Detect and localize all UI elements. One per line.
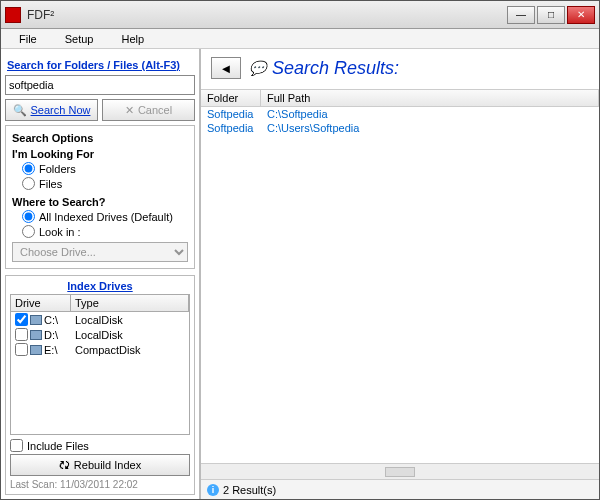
close-button[interactable]: ✕ xyxy=(567,6,595,24)
drive-label: C:\ xyxy=(44,314,58,326)
result-path: C:\Users\Softpedia xyxy=(261,122,599,134)
scrollbar-thumb[interactable] xyxy=(385,467,415,477)
drive-type: LocalDisk xyxy=(75,329,185,341)
menu-file[interactable]: File xyxy=(5,31,51,47)
radio-lookin[interactable]: Look in : xyxy=(22,225,188,238)
search-now-label: Search Now xyxy=(31,104,91,116)
radio-all-drives[interactable]: All Indexed Drives (Default) xyxy=(22,210,188,223)
menu-setup[interactable]: Setup xyxy=(51,31,108,47)
back-arrow-icon: ◄ xyxy=(220,61,233,76)
body: Search for Folders / Files (Alt-F3) 🔍 Se… xyxy=(1,49,599,499)
search-options-group: Search Options I'm Looking For Folders F… xyxy=(5,125,195,269)
cancel-label: Cancel xyxy=(138,104,172,116)
radio-folders-input[interactable] xyxy=(22,162,35,175)
col-folder[interactable]: Folder xyxy=(201,90,261,106)
search-input[interactable] xyxy=(5,75,195,95)
result-row[interactable]: Softpedia C:\Softpedia xyxy=(201,107,599,121)
left-panel: Search for Folders / Files (Alt-F3) 🔍 Se… xyxy=(1,49,201,499)
results-columns: Folder Full Path xyxy=(201,89,599,107)
titlebar[interactable]: FDF² — □ ✕ xyxy=(1,1,599,29)
drive-row[interactable]: E:\ CompactDisk xyxy=(11,342,189,357)
maximize-button[interactable]: □ xyxy=(537,6,565,24)
app-window: FDF² — □ ✕ File Setup Help Search for Fo… xyxy=(0,0,600,500)
menu-help[interactable]: Help xyxy=(107,31,158,47)
drive-icon xyxy=(30,345,42,355)
radio-lookin-input[interactable] xyxy=(22,225,35,238)
col-fullpath[interactable]: Full Path xyxy=(261,90,599,106)
right-panel: ◄ 💬 Search Results: Folder Full Path Sof… xyxy=(201,49,599,499)
result-row[interactable]: Softpedia C:\Users\Softpedia xyxy=(201,121,599,135)
app-icon xyxy=(5,7,21,23)
radio-files-input[interactable] xyxy=(22,177,35,190)
include-files-input[interactable] xyxy=(10,439,23,452)
rebuild-index-button[interactable]: 🗘 Rebuild Index xyxy=(10,454,190,476)
rebuild-label: Rebuild Index xyxy=(74,459,141,471)
drive-type: CompactDisk xyxy=(75,344,185,356)
drive-type: LocalDisk xyxy=(75,314,185,326)
cancel-button[interactable]: ✕ Cancel xyxy=(102,99,195,121)
window-title: FDF² xyxy=(27,8,505,22)
minimize-button[interactable]: — xyxy=(507,6,535,24)
drive-table: Drive Type C:\ LocalDisk D:\ LocalDisk E… xyxy=(10,294,190,435)
results-icon: 💬 xyxy=(249,60,266,76)
include-files-check[interactable]: Include Files xyxy=(10,439,190,452)
results-header: ◄ 💬 Search Results: xyxy=(201,49,599,83)
col-type[interactable]: Type xyxy=(71,295,189,311)
looking-for-title: I'm Looking For xyxy=(12,148,188,160)
status-text: 2 Result(s) xyxy=(223,484,276,496)
rebuild-icon: 🗘 xyxy=(59,459,70,471)
search-options-title: Search Options xyxy=(12,132,188,144)
info-icon: i xyxy=(207,484,219,496)
drive-check-c[interactable] xyxy=(15,313,28,326)
horizontal-scrollbar[interactable] xyxy=(201,463,599,479)
back-button[interactable]: ◄ xyxy=(211,57,241,79)
drive-icon xyxy=(30,315,42,325)
search-now-button[interactable]: 🔍 Search Now xyxy=(5,99,98,121)
search-box xyxy=(5,75,195,95)
last-scan-label: Last Scan: 11/03/2011 22:02 xyxy=(10,479,190,490)
drive-row[interactable]: C:\ LocalDisk xyxy=(11,312,189,327)
radio-files-label: Files xyxy=(39,178,62,190)
col-drive[interactable]: Drive xyxy=(11,295,71,311)
where-title: Where to Search? xyxy=(12,196,188,208)
results-body: Softpedia C:\Softpedia Softpedia C:\User… xyxy=(201,107,599,463)
radio-folders[interactable]: Folders xyxy=(22,162,188,175)
statusbar: i 2 Result(s) xyxy=(201,479,599,499)
include-files-label: Include Files xyxy=(27,440,89,452)
drive-check-d[interactable] xyxy=(15,328,28,341)
radio-lookin-label: Look in : xyxy=(39,226,81,238)
drive-select[interactable]: Choose Drive... xyxy=(12,242,188,262)
result-folder: Softpedia xyxy=(201,122,261,134)
drive-icon xyxy=(30,330,42,340)
search-icon: 🔍 xyxy=(13,104,27,117)
radio-folders-label: Folders xyxy=(39,163,76,175)
drive-check-e[interactable] xyxy=(15,343,28,356)
drive-label: E:\ xyxy=(44,344,57,356)
cancel-icon: ✕ xyxy=(125,104,134,117)
radio-files[interactable]: Files xyxy=(22,177,188,190)
search-button-row: 🔍 Search Now ✕ Cancel xyxy=(5,99,195,121)
index-drives-block: Index Drives Drive Type C:\ LocalDisk D:… xyxy=(5,275,195,495)
results-title-text: Search Results: xyxy=(272,58,399,79)
radio-all-input[interactable] xyxy=(22,210,35,223)
index-drives-title: Index Drives xyxy=(10,280,190,292)
search-panel-title: Search for Folders / Files (Alt-F3) xyxy=(7,59,195,71)
drive-row[interactable]: D:\ LocalDisk xyxy=(11,327,189,342)
radio-all-label: All Indexed Drives (Default) xyxy=(39,211,173,223)
search-results-title: 💬 Search Results: xyxy=(249,58,399,79)
drive-label: D:\ xyxy=(44,329,58,341)
result-folder: Softpedia xyxy=(201,108,261,120)
drive-table-header: Drive Type xyxy=(11,295,189,312)
menubar: File Setup Help xyxy=(1,29,599,49)
result-path: C:\Softpedia xyxy=(261,108,599,120)
